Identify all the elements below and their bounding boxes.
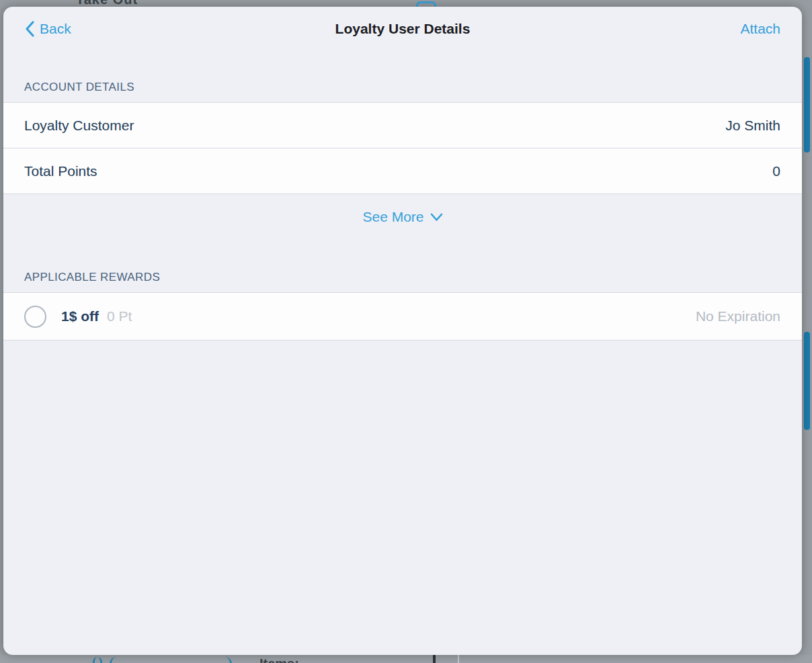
- background-cursor-fragment: [433, 655, 436, 663]
- back-button[interactable]: Back: [25, 21, 71, 37]
- background-blue-strip-top: [804, 57, 810, 152]
- total-points-value: 0: [772, 163, 780, 179]
- page-title: Loyalty User Details: [3, 21, 802, 37]
- back-button-label: Back: [40, 21, 71, 37]
- background-blue-strip-bottom: [804, 332, 810, 430]
- section-header-applicable-rewards: APPLICABLE REWARDS: [3, 271, 160, 292]
- dimmed-background-top: Take Out: [0, 0, 812, 7]
- background-outline-fragment-left: [93, 657, 102, 663]
- background-icon-fragment: [416, 1, 436, 7]
- loyalty-user-details-modal: Back Loyalty User Details Attach ACCOUNT…: [3, 7, 802, 655]
- see-more-zone: See More APPLICABLE REWARDS: [3, 194, 802, 292]
- reward-name: 1$ off: [61, 308, 99, 324]
- see-more-button[interactable]: See More: [3, 209, 802, 225]
- loyalty-customer-value: Jo Smith: [725, 118, 780, 134]
- reward-points: 0 Pt: [107, 308, 132, 324]
- row-total-points: Total Points 0: [3, 148, 802, 193]
- total-points-label: Total Points: [24, 163, 97, 179]
- background-outline-fragment-wide: [110, 657, 232, 663]
- background-partial-text-top: Take Out: [76, 0, 138, 7]
- section-header-account-details: ACCOUNT DETAILS: [3, 51, 802, 102]
- modal-empty-area: [3, 341, 802, 655]
- see-more-label: See More: [362, 209, 423, 225]
- chevron-left-icon: [25, 21, 34, 37]
- reward-row[interactable]: 1$ off 0 Pt No Expiration: [3, 293, 802, 340]
- background-partial-text-bottom: Items:: [259, 656, 299, 663]
- reward-radio-button[interactable]: [24, 306, 46, 328]
- background-divider-fragment: [458, 655, 459, 663]
- reward-expiration: No Expiration: [696, 308, 780, 324]
- attach-button[interactable]: Attach: [740, 21, 780, 37]
- loyalty-customer-label: Loyalty Customer: [24, 118, 134, 134]
- attach-button-label: Attach: [740, 21, 780, 37]
- dimmed-background-bottom: Items:: [0, 655, 812, 663]
- navigation-bar: Back Loyalty User Details Attach: [3, 7, 802, 51]
- chevron-down-icon: [430, 213, 443, 222]
- row-loyalty-customer: Loyalty Customer Jo Smith: [3, 103, 802, 148]
